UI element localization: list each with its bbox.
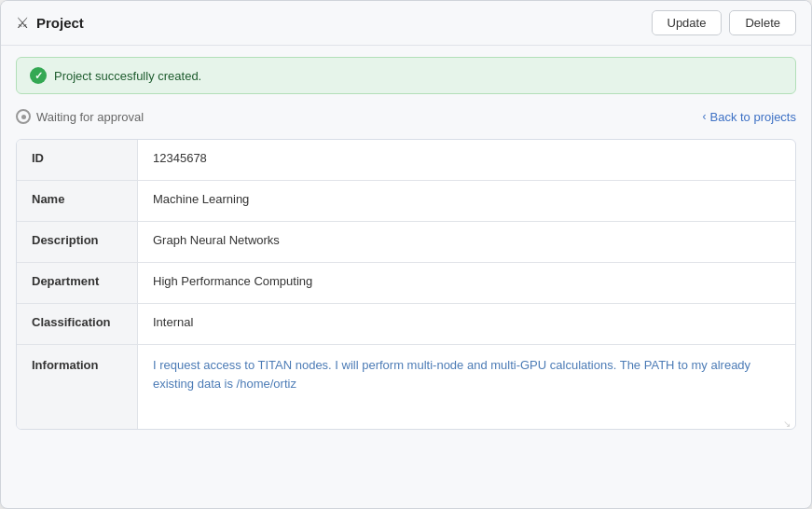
information-value: I request access to TITAN nodes. I will … <box>138 345 795 429</box>
department-value: High Performance Computing <box>138 263 795 303</box>
waiting-label: Waiting for approval <box>36 110 144 124</box>
classification-value: Internal <box>138 304 795 344</box>
header-buttons: Update Delete <box>652 10 797 35</box>
resize-icon: ↘ <box>783 417 792 426</box>
table-row: Description Graph Neural Networks <box>17 222 795 263</box>
back-link-label: Back to projects <box>710 110 797 124</box>
information-label: Information <box>17 345 138 429</box>
table-row: ID 12345678 <box>17 140 795 181</box>
project-window: ⚔ Project Update Delete Project succesfu… <box>0 0 812 509</box>
description-label: Description <box>17 222 138 262</box>
success-icon <box>30 67 47 84</box>
success-banner: Project succesfully created. <box>16 57 796 94</box>
id-label: ID <box>17 140 138 180</box>
delete-button[interactable]: Delete <box>729 10 796 35</box>
header: ⚔ Project Update Delete <box>1 1 811 46</box>
header-left: ⚔ Project <box>16 14 84 32</box>
table-row: Information I request access to TITAN no… <box>17 345 795 429</box>
waiting-dot <box>21 115 26 119</box>
table-row: Classification Internal <box>17 304 795 345</box>
waiting-status: Waiting for approval <box>16 109 144 124</box>
status-bar: Waiting for approval ‹ Back to projects <box>16 107 796 126</box>
waiting-icon <box>16 109 31 124</box>
back-to-projects-link[interactable]: ‹ Back to projects <box>703 110 797 124</box>
chevron-left-icon: ‹ <box>703 110 707 123</box>
project-icon: ⚔ <box>16 14 29 32</box>
form-table: ID 12345678 Name Machine Learning Descri… <box>16 139 796 430</box>
table-row: Name Machine Learning <box>17 181 795 222</box>
main-content: Project succesfully created. Waiting for… <box>1 46 811 441</box>
table-row: Department High Performance Computing <box>17 263 795 304</box>
page-title: Project <box>36 15 84 31</box>
update-button[interactable]: Update <box>652 10 723 35</box>
success-text: Project succesfully created. <box>54 69 201 83</box>
name-label: Name <box>17 181 138 221</box>
id-value: 12345678 <box>138 140 795 180</box>
department-label: Department <box>17 263 138 303</box>
name-value: Machine Learning <box>138 181 795 221</box>
description-value: Graph Neural Networks <box>138 222 795 262</box>
classification-label: Classification <box>17 304 138 344</box>
